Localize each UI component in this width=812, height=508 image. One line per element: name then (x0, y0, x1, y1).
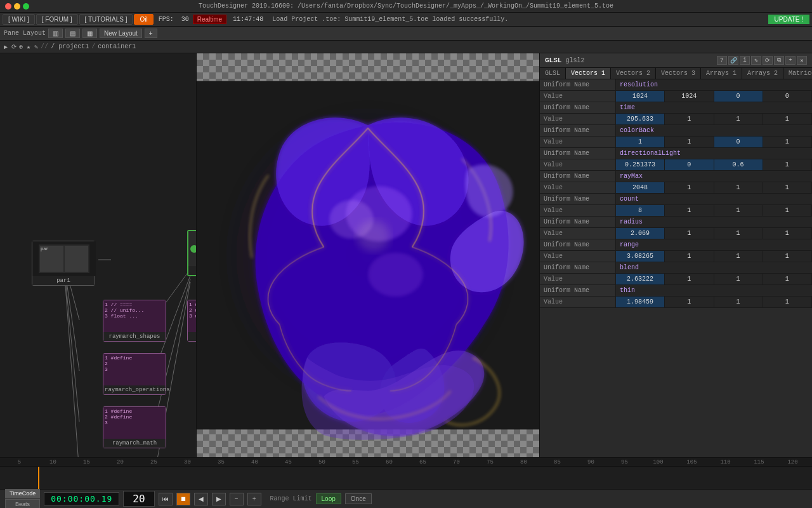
uniform-name-dirlight[interactable]: directionalLight (616, 148, 812, 159)
val-cb-1[interactable]: 1 (665, 137, 714, 147)
tab-vectors2[interactable]: Vectors 2 (611, 68, 656, 79)
val-rng-3[interactable]: 1 (763, 251, 812, 262)
link-icon-btn[interactable]: 🔗 (728, 56, 738, 65)
val-cb-3[interactable]: 1 (763, 137, 812, 147)
val-cnt-1[interactable]: 1 (665, 205, 714, 216)
breadcrumb-root[interactable]: / project1 (51, 43, 89, 50)
update-button[interactable]: UPDATE ! (768, 15, 809, 24)
timecode-button[interactable]: TimeCode (5, 488, 40, 498)
copy-icon-btn[interactable]: ⧉ (774, 56, 784, 65)
node-raymarch-math[interactable]: 1 #define 2 #define 3 raymarch_math (103, 406, 166, 448)
val-res-0[interactable]: 1024 (616, 91, 665, 102)
val-dl-3[interactable]: 1 (763, 159, 812, 170)
val-cnt-2[interactable]: 1 (714, 205, 763, 216)
forum-menu[interactable]: [ FORUM ] (36, 14, 78, 25)
uniform-name-time[interactable]: time (616, 102, 812, 113)
tab-glsl[interactable]: GLSL (540, 68, 566, 79)
val-dl-2[interactable]: 0.6 (714, 159, 763, 170)
breadcrumb-container[interactable]: container1 (98, 43, 136, 50)
val-thn-2[interactable]: 1 (714, 297, 763, 307)
val-res-2[interactable]: 0 (714, 91, 763, 102)
tab-vectors3[interactable]: Vectors 3 (656, 68, 701, 79)
node-raymarch-shapes[interactable]: 1 // ==== 2 // unifo... 3 float ... raym… (103, 300, 166, 342)
info-icon-btn[interactable]: i (740, 56, 750, 65)
val-rng-0[interactable]: 3.08265 (616, 251, 665, 262)
val-cb-2[interactable]: 0 (714, 137, 763, 147)
edit-icon-btn[interactable]: ✎ (751, 56, 761, 65)
new-layout-button[interactable]: New Layout (100, 29, 142, 38)
val-rad-0[interactable]: 2.069 (616, 228, 665, 239)
val-bld-3[interactable]: 1 (763, 274, 812, 284)
val-thn-3[interactable]: 1 (763, 297, 812, 307)
val-rm-0[interactable]: 2048 (616, 182, 665, 193)
tab-arrays1[interactable]: Arrays 1 (701, 68, 742, 79)
uniform-name-resolution[interactable]: resolution (616, 79, 812, 90)
loop-button[interactable]: Loop (316, 493, 341, 504)
back-button[interactable]: ◀ (194, 493, 208, 505)
tab-matrices[interactable]: Matrices (783, 68, 812, 79)
add-layout-button[interactable]: + (145, 29, 157, 38)
val-time-2[interactable]: 1 (714, 114, 763, 124)
prev-button[interactable]: ⏮ (159, 493, 173, 505)
val-time-3[interactable]: 1 (763, 114, 812, 124)
uniform-name-range[interactable]: range (616, 239, 812, 250)
val-rng-1[interactable]: 1 (665, 251, 714, 262)
minus-button[interactable]: − (230, 493, 244, 505)
val-rad-2[interactable]: 1 (714, 228, 763, 239)
uniform-name-radius[interactable]: radius (616, 217, 812, 227)
add-icon-btn[interactable]: + (785, 56, 796, 65)
val-rad-1[interactable]: 1 (665, 228, 714, 239)
timecode-display[interactable]: 00:00:00.19 (44, 492, 119, 505)
sync-icon-btn[interactable]: ⟳ (763, 56, 773, 65)
beats-button[interactable]: Beats (5, 499, 40, 508)
close-icon-btn[interactable]: ✕ (797, 56, 807, 65)
minimize-button[interactable] (14, 3, 20, 10)
val-cb-0[interactable]: 1 (616, 137, 665, 147)
val-dl-0[interactable]: 0.251373 (616, 159, 665, 170)
layout-split-btn[interactable]: ▤ (65, 29, 80, 38)
viewport[interactable] (197, 53, 539, 457)
val-cnt-0[interactable]: 8 (616, 205, 665, 216)
val-bld-2[interactable]: 1 (714, 274, 763, 284)
tab-vectors1[interactable]: Vectors 1 (566, 68, 611, 79)
frame-display[interactable]: 20 (123, 491, 154, 507)
val-bld-0[interactable]: 2.63222 (616, 274, 665, 284)
val-rm-1[interactable]: 1 (665, 182, 714, 193)
uniform-name-blend[interactable]: blend (616, 262, 812, 273)
layout-grid-btn[interactable]: ▥ (48, 29, 63, 38)
val-rad-3[interactable]: 1 (763, 228, 812, 239)
params-body[interactable]: Uniform Name resolution Value 1024 1024 … (540, 79, 812, 457)
node-glsl2[interactable]: glsl2 (187, 230, 197, 276)
uniform-name-colorback[interactable]: colorBack (616, 125, 812, 136)
node-glsl2-pixel[interactable]: 1 unifo... 2 unifo... 3 unifo... glsl2_p… (187, 300, 197, 342)
val-res-3[interactable]: 0 (763, 91, 812, 102)
uniform-name-thin[interactable]: thin (616, 285, 812, 296)
realtime-button[interactable]: Realtime (193, 15, 226, 24)
val-rm-3[interactable]: 1 (763, 182, 812, 193)
val-bld-1[interactable]: 1 (665, 274, 714, 284)
val-time-0[interactable]: 295.633 (616, 114, 665, 124)
val-time-1[interactable]: 1 (665, 114, 714, 124)
val-thn-0[interactable]: 1.98459 (616, 297, 665, 307)
close-button[interactable] (5, 3, 11, 10)
val-thn-1[interactable]: 1 (665, 297, 714, 307)
tutorials-menu[interactable]: [ TUTORIALS ] (79, 14, 133, 25)
tab-arrays2[interactable]: Arrays 2 (742, 68, 783, 79)
uniform-name-count[interactable]: count (616, 194, 812, 204)
node-raymarch-operations[interactable]: 1 #define 2 3 raymarch_operations (103, 353, 166, 395)
node-graph[interactable]: par par1 glsl2 (0, 53, 197, 457)
stop-button[interactable]: ⏹ (176, 493, 190, 505)
once-button[interactable]: Once (345, 493, 372, 504)
val-cnt-3[interactable]: 1 (763, 205, 812, 216)
maximize-button[interactable] (23, 3, 29, 10)
val-dl-1[interactable]: 0 (665, 159, 714, 170)
val-rng-2[interactable]: 1 (714, 251, 763, 262)
uniform-name-raymax[interactable]: rayMax (616, 171, 812, 182)
timeline[interactable]: 5 10 15 20 25 30 35 40 45 50 55 60 65 70… (0, 457, 812, 489)
node-par1[interactable]: par par1 (32, 241, 95, 286)
layout-quad-btn[interactable]: ▦ (82, 29, 97, 38)
val-res-1[interactable]: 1024 (665, 91, 714, 102)
playhead[interactable] (38, 467, 39, 489)
val-rm-2[interactable]: 1 (714, 182, 763, 193)
help-icon-btn[interactable]: ? (717, 56, 727, 65)
